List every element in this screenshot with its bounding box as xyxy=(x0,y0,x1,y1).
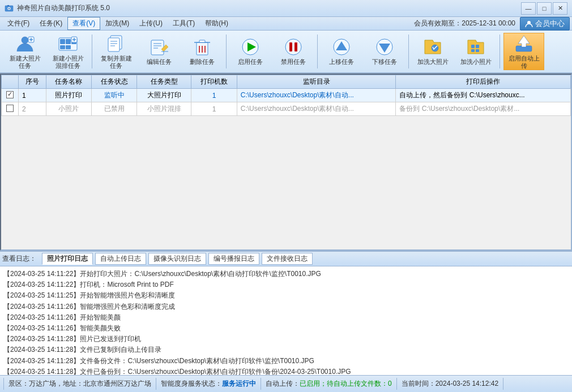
minimize-button[interactable]: — xyxy=(521,2,536,15)
copy-task-label: 复制并新建任务 xyxy=(99,55,134,70)
col-after-print: 打印后操作 xyxy=(396,75,571,89)
separator-3 xyxy=(317,35,318,68)
log-prefix: 查看日志： xyxy=(2,254,36,264)
col-printers: 打印机数 xyxy=(191,75,237,89)
svg-rect-38 xyxy=(294,42,297,51)
wash-large-label: 加洗大照片 xyxy=(417,58,449,66)
disable-task-button[interactable]: 禁用任务 xyxy=(273,33,314,70)
new-large-task-label: 新建大照片任务 xyxy=(7,55,42,70)
log-tab-camera[interactable]: 摄像头识别日志 xyxy=(148,253,206,265)
edit-task-label: 编辑任务 xyxy=(147,58,172,66)
svg-rect-3 xyxy=(7,5,9,6)
auto-upload-button[interactable]: 启用自动上传 xyxy=(503,33,544,70)
wash-large-button[interactable]: 加洗大照片 xyxy=(412,33,453,70)
member-expiry: 会员有效期至：2025-12-31 00:00 xyxy=(414,19,515,28)
svg-rect-37 xyxy=(289,42,292,51)
status-time: 当前时间：2024-03-25 14:12:42 xyxy=(397,378,503,390)
row-printers: 1 xyxy=(191,102,237,116)
status-location: 景区：万达广场，地址：北京市通州区万达广场 xyxy=(3,378,156,390)
wash-small-label: 加洗小照片 xyxy=(460,58,492,66)
svg-rect-46 xyxy=(471,49,475,52)
log-line: 【2024-03-25 14:11:28】文件已复制到自动上传目录 xyxy=(3,344,569,355)
row-index: 2 xyxy=(19,102,46,116)
enable-task-button[interactable]: 启用任务 xyxy=(230,33,271,70)
delete-task-button[interactable]: 删除任务 xyxy=(182,33,223,70)
maximize-button[interactable]: □ xyxy=(537,2,552,15)
row-type: 大照片打印 xyxy=(137,89,191,102)
table-row[interactable]: 1 照片打印 监听中 大照片打印 1 C:\Users\zhouxc\Deskt… xyxy=(2,89,571,102)
log-section: 查看日志： 照片打印日志 自动上传日志 摄像头识别日志 编号播报日志 文件接收日… xyxy=(0,251,572,375)
ai-status: 服务运行中 xyxy=(222,380,256,387)
svg-rect-44 xyxy=(471,45,475,48)
log-line: 【2024-03-25 14:11:28】文件已备份到：C:\Users\zho… xyxy=(3,367,569,375)
row-checkbox[interactable] xyxy=(2,89,19,102)
new-small-task-button[interactable]: 新建小照片混排任务 xyxy=(48,33,88,70)
menu-file[interactable]: 文件(F) xyxy=(2,17,35,30)
close-button[interactable]: ✕ xyxy=(553,2,567,15)
disable-task-icon xyxy=(283,37,304,57)
menu-wash[interactable]: 加洗(M) xyxy=(100,17,134,30)
row-after-print: 自动上传，然后备份到 C:\Users\zhouxc... xyxy=(396,89,571,102)
wash-large-icon xyxy=(422,37,443,57)
separator-1 xyxy=(92,35,92,68)
move-up-label: 上移任务 xyxy=(329,58,354,66)
checkbox-1[interactable] xyxy=(6,91,14,98)
move-up-button[interactable]: 上移任务 xyxy=(321,33,362,70)
log-tabs: 查看日志： 照片打印日志 自动上传日志 摄像头识别日志 编号播报日志 文件接收日… xyxy=(0,252,572,266)
menu-task[interactable]: 任务(K) xyxy=(35,17,67,30)
wash-small-button[interactable]: 加洗小照片 xyxy=(455,33,496,70)
new-small-task-icon xyxy=(58,33,78,54)
row-directory: C:\Users\zhouxc\Desktop\素材\自动... xyxy=(237,102,396,116)
col-directory: 监听目录 xyxy=(237,75,396,89)
new-large-task-icon xyxy=(15,33,35,54)
log-tab-photo-print[interactable]: 照片打印日志 xyxy=(42,253,93,265)
new-small-task-label: 新建小照片混排任务 xyxy=(50,55,86,70)
new-large-task-button[interactable]: 新建大照片任务 xyxy=(5,33,45,70)
log-line: 【2024-03-25 14:11:22】开始打印大照片：C:\Users\zh… xyxy=(3,269,569,279)
status-bar: 景区：万达广场，地址：北京市通州区万达广场 智能度身服务状态：服务运行中 自动上… xyxy=(0,375,572,392)
member-center-button[interactable]: 会员中心 xyxy=(520,17,570,31)
svg-marker-49 xyxy=(518,36,530,47)
menu-help[interactable]: 帮助(H) xyxy=(200,17,233,30)
row-checkbox[interactable] xyxy=(2,102,19,116)
menu-view[interactable]: 查看(V) xyxy=(67,17,100,30)
col-type: 任务类型 xyxy=(137,75,191,89)
row-printers: 1 xyxy=(191,89,237,102)
move-up-icon xyxy=(331,37,352,57)
copy-task-icon xyxy=(106,33,126,54)
menu-tools[interactable]: 工具(T) xyxy=(168,17,200,30)
log-line: 【2024-03-25 14:11:26】智能美颜失败 xyxy=(3,323,569,334)
edit-task-button[interactable]: 编辑任务 xyxy=(139,33,180,70)
log-tab-receive[interactable]: 文件接收日志 xyxy=(262,253,313,265)
upload-status: 已启用；待自动上传文件数：0 xyxy=(300,380,392,387)
enable-task-icon xyxy=(240,37,261,57)
svg-rect-30 xyxy=(199,40,205,42)
svg-rect-45 xyxy=(476,45,479,48)
menu-upload[interactable]: 上传(U) xyxy=(134,17,168,30)
separator-5 xyxy=(500,35,500,68)
table-row[interactable]: 2 小照片 已禁用 小照片混排 1 C:\Users\zhouxc\Deskto… xyxy=(2,102,571,116)
member-info: 会员有效期至：2025-12-31 00:00 会员中心 xyxy=(414,17,570,31)
svg-point-5 xyxy=(22,37,28,44)
row-directory: C:\Users\zhouxc\Desktop\素材\自动... xyxy=(237,89,396,102)
svg-rect-19 xyxy=(108,38,119,51)
col-index: 序号 xyxy=(19,75,46,89)
window-controls: — □ ✕ xyxy=(521,2,567,15)
copy-task-button[interactable]: 复制并新建任务 xyxy=(96,33,136,70)
toolbar: 新建大照片任务 新建小照片混排任务 xyxy=(0,31,572,74)
move-down-button[interactable]: 下移任务 xyxy=(364,33,405,70)
table-wrapper[interactable]: 序号 任务名称 任务状态 任务类型 打印机数 监听目录 打印后操作 1 照片打印… xyxy=(0,74,572,251)
row-status: 已禁用 xyxy=(92,102,137,116)
app-icon xyxy=(5,4,14,13)
log-content[interactable]: 【2024-03-25 14:11:22】开始打印大照片：C:\Users\zh… xyxy=(0,266,572,375)
checkbox-2[interactable] xyxy=(6,105,14,112)
status-ai: 智能度身服务状态：服务运行中 xyxy=(156,378,261,390)
col-checkbox xyxy=(2,75,19,89)
log-tab-number[interactable]: 编号播报日志 xyxy=(208,253,259,265)
move-down-icon xyxy=(374,37,395,57)
log-tab-auto-upload[interactable]: 自动上传日志 xyxy=(95,253,146,265)
col-name: 任务名称 xyxy=(46,75,91,89)
edit-task-icon xyxy=(149,37,169,57)
log-line: 【2024-03-25 14:11:28】照片已发送到打印机 xyxy=(3,334,569,344)
row-after-print: 备份到 C:\Users\zhouxc\Desktop\素材... xyxy=(396,102,571,116)
